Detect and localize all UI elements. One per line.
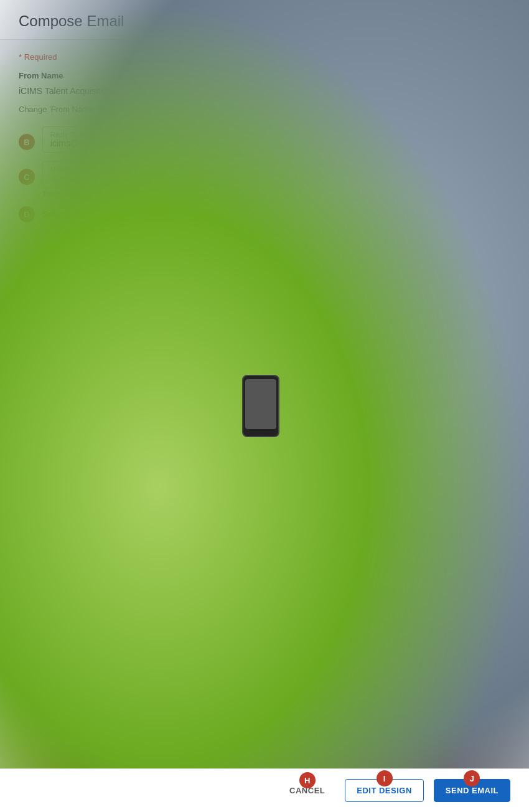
email-preview-box: G Hi Henrietta, I was hoping we could sy… bbox=[19, 336, 510, 678]
email-hero-image bbox=[19, 337, 510, 461]
form-area: * Required From Name iCIMS Talent Acquis… bbox=[0, 40, 529, 768]
phone-device bbox=[242, 375, 279, 437]
page-container: Compose Email * Required From Name iCIMS… bbox=[0, 0, 529, 812]
phone-screen bbox=[245, 379, 276, 429]
send-email-btn-wrapper: J SEND EMAIL bbox=[434, 779, 510, 802]
badge-h: H bbox=[299, 772, 316, 788]
badge-j: J bbox=[464, 770, 480, 786]
badge-i: I bbox=[377, 770, 393, 786]
cancel-btn-wrapper: H CANCEL bbox=[279, 781, 335, 800]
action-bar: H CANCEL I EDIT DESIGN J SEND EMAIL bbox=[0, 768, 529, 812]
edit-design-btn-wrapper: I EDIT DESIGN bbox=[345, 779, 424, 802]
